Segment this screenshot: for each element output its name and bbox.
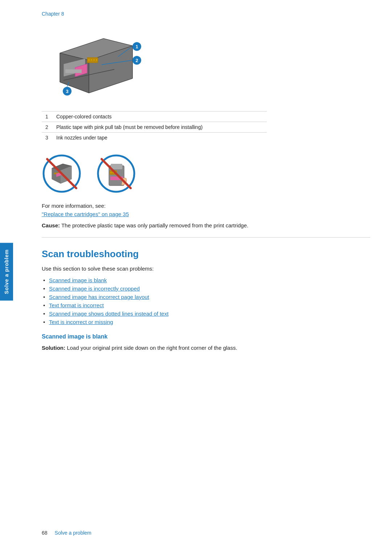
svg-text:3: 3	[66, 89, 68, 94]
sidebar-solve-problem-tab[interactable]: Solve a problem	[0, 243, 13, 300]
part-num: 1	[42, 112, 53, 122]
scanned-blank-link[interactable]: Scanned image is blank	[49, 277, 107, 283]
table-row: 1 Copper-colored contacts	[42, 112, 267, 122]
svg-rect-6	[65, 69, 82, 73]
parts-table: 1 Copper-colored contacts 2 Plastic tape…	[42, 111, 267, 143]
footer-chapter-link[interactable]: Solve a problem	[55, 530, 91, 536]
page-footer: 68 Solve a problem	[20, 530, 392, 536]
no-touch-icon-1	[42, 154, 82, 194]
warning-icons-area	[42, 154, 370, 194]
cause-text: Cause: The protective plastic tape was o…	[42, 222, 370, 230]
list-item: Scanned image shows dotted lines instead…	[42, 309, 370, 318]
svg-text:2: 2	[135, 58, 138, 63]
svg-point-33	[110, 172, 112, 173]
no-touch-icon-2	[96, 154, 136, 194]
text-format-link[interactable]: Text format is incorrect	[49, 302, 104, 308]
list-item: Text is incorrect or missing	[42, 318, 370, 326]
dotted-lines-link[interactable]: Scanned image shows dotted lines instead…	[49, 311, 168, 317]
svg-point-10	[91, 59, 92, 61]
part-num: 2	[42, 122, 53, 133]
chapter-link[interactable]: Chapter 8	[42, 11, 370, 17]
list-item: Scanned image is incorrectly cropped	[42, 284, 370, 293]
part-desc: Plastic tape with pink pull tab (must be…	[53, 122, 267, 133]
scanned-cropped-link[interactable]: Scanned image is incorrectly cropped	[49, 285, 140, 292]
part-desc: Ink nozzles under tape	[53, 133, 267, 143]
svg-point-12	[96, 59, 97, 61]
list-item: Text format is incorrect	[42, 301, 370, 309]
scanned-blank-subheading: Scanned image is blank	[42, 333, 370, 340]
list-item: Scanned image is blank	[42, 276, 370, 284]
svg-point-9	[88, 59, 90, 61]
text-incorrect-link[interactable]: Text is incorrect or missing	[49, 319, 113, 325]
section-divider	[42, 237, 370, 238]
table-row: 3 Ink nozzles under tape	[42, 133, 267, 143]
printer-diagram-area: 1 2 3	[42, 24, 370, 104]
for-more-info-text: For more information, see:	[42, 203, 370, 209]
svg-point-11	[93, 59, 95, 61]
solution-text: Solution: Load your original print side …	[42, 344, 370, 352]
scan-problems-list: Scanned image is blank Scanned image is …	[42, 276, 370, 326]
list-item: Scanned image has incorrect page layout	[42, 293, 370, 301]
footer-page-number: 68	[42, 530, 48, 536]
section-intro: Use this section to solve these scan pro…	[42, 266, 370, 272]
scanned-layout-link[interactable]: Scanned image has incorrect page layout	[49, 294, 149, 300]
part-desc: Copper-colored contacts	[53, 112, 267, 122]
svg-text:1: 1	[135, 44, 138, 49]
replace-cartridges-link[interactable]: "Replace the cartridges" on page 35	[42, 211, 129, 217]
table-row: 2 Plastic tape with pink pull tab (must …	[42, 122, 267, 133]
section-heading: Scan troubleshooting	[42, 248, 370, 260]
part-num: 3	[42, 133, 53, 143]
printer-svg: 1 2 3	[42, 24, 158, 104]
printer-illustration: 1 2 3	[42, 24, 158, 104]
